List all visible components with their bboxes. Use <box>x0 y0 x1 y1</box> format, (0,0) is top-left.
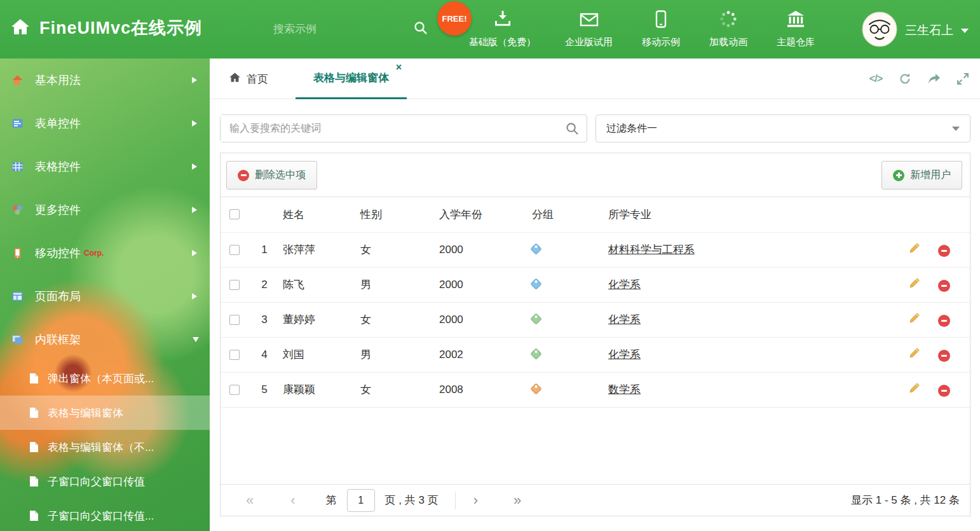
nav-label: 主题仓库 <box>777 36 815 48</box>
envelope-icon <box>580 11 599 31</box>
major-link[interactable]: 化学系 <box>608 314 641 326</box>
column-header-group: 分组 <box>527 197 603 232</box>
first-page-button[interactable]: « <box>246 493 254 507</box>
nav-basic-free[interactable]: 基础版（免费） <box>469 10 536 48</box>
select-all-checkbox[interactable] <box>229 209 240 219</box>
filter-dropdown-value: 过滤条件一 <box>606 122 657 135</box>
file-icon <box>29 407 39 418</box>
file-icon <box>29 476 39 487</box>
nav-enterprise-trial[interactable]: 企业版试用 <box>565 11 613 48</box>
sidebar-item-grid-controls[interactable]: 表格控件 <box>0 145 210 188</box>
sidebar-subitem-grid-edit-window-2[interactable]: 表格与编辑窗体（不... <box>0 430 210 464</box>
delete-icon[interactable] <box>938 280 950 292</box>
expand-icon[interactable] <box>957 73 969 85</box>
edit-icon[interactable] <box>909 277 920 289</box>
next-page-button[interactable]: › <box>473 493 478 507</box>
prev-page-button[interactable]: ‹ <box>290 493 295 507</box>
nav-theme-repo[interactable]: 主题仓库 <box>777 10 815 48</box>
search-icon[interactable] <box>566 122 579 135</box>
column-header-year: 入学年份 <box>434 197 527 232</box>
form-icon <box>11 118 25 129</box>
row-index: 2 <box>251 267 278 302</box>
delete-icon[interactable] <box>938 245 950 257</box>
sidebar-subitem-label: 子窗口向父窗口传值 <box>48 474 145 489</box>
table-header-row: 姓名 性别 入学年份 分组 所学专业 <box>221 197 970 232</box>
share-icon[interactable] <box>928 73 941 85</box>
header-search-input[interactable] <box>273 23 414 36</box>
page-label-prefix: 第 <box>326 493 337 507</box>
filter-dropdown[interactable]: 过滤条件一 <box>595 114 970 142</box>
header-search[interactable] <box>273 18 410 41</box>
brand[interactable]: FineUIMvc在线示例 <box>10 17 202 39</box>
cell-name: 刘国 <box>278 337 355 372</box>
row-checkbox[interactable] <box>229 245 240 255</box>
nav-label: 加载动画 <box>709 36 747 48</box>
chevron-down-icon <box>193 337 199 342</box>
delete-selected-button[interactable]: 删除选中项 <box>226 161 317 190</box>
search-icon[interactable] <box>414 21 428 38</box>
cell-name: 陈飞 <box>278 267 355 302</box>
row-checkbox[interactable] <box>229 350 240 360</box>
nav-loading-animation[interactable]: 加载动画 <box>709 10 747 48</box>
chevron-right-icon <box>192 163 197 170</box>
pager-divider <box>455 492 456 509</box>
nav-mobile-demo[interactable]: 移动示例 <box>642 10 680 48</box>
sidebar-subitem-child-to-parent[interactable]: 子窗口向父窗口传值 <box>0 464 210 499</box>
file-icon <box>29 441 39 453</box>
tab-grid-edit-window[interactable]: 表格与编辑窗体 × <box>296 59 407 99</box>
avatar <box>862 11 897 50</box>
cell-gender: 男 <box>355 267 434 302</box>
row-checkbox[interactable] <box>229 315 240 325</box>
username: 三生石上 <box>905 22 953 39</box>
sidebar-subitem-child-to-parent-2[interactable]: 子窗口向父窗口传值... <box>0 499 210 531</box>
sidebar-item-basic-usage[interactable]: 基本用法 <box>0 59 210 102</box>
table-row: 3 董婷婷 女 2000 化学系 <box>221 302 970 337</box>
row-checkbox[interactable] <box>229 385 240 395</box>
major-link[interactable]: 数学系 <box>608 383 641 396</box>
sidebar-item-form-controls[interactable]: 表单控件 <box>0 102 210 145</box>
cell-gender: 女 <box>355 302 434 337</box>
tab-bar: 首页 表格与编辑窗体 × </> <box>210 59 980 99</box>
close-icon[interactable]: × <box>396 62 402 72</box>
delete-icon[interactable] <box>938 350 950 362</box>
sidebar-subitem-label: 表格与编辑窗体 <box>48 406 123 420</box>
sidebar-item-mobile-controls[interactable]: 移动控件 Corp. <box>0 231 210 275</box>
sidebar-item-inline-frame[interactable]: 内联框架 <box>0 318 210 361</box>
refresh-icon[interactable] <box>899 72 911 85</box>
last-page-button[interactable]: » <box>514 493 521 507</box>
major-link[interactable]: 化学系 <box>608 279 641 291</box>
home-icon <box>11 74 25 86</box>
tab-home[interactable]: 首页 <box>229 59 268 99</box>
delete-icon[interactable] <box>938 315 950 327</box>
home-icon <box>229 72 241 86</box>
column-header-name: 姓名 <box>278 197 355 232</box>
edit-icon[interactable] <box>909 312 920 324</box>
mobile-icon <box>655 10 667 31</box>
user-menu[interactable]: 三生石上 <box>862 11 969 50</box>
edit-icon[interactable] <box>909 242 920 254</box>
keyword-search-input[interactable] <box>221 115 566 142</box>
major-link[interactable]: 化学系 <box>608 348 641 361</box>
sidebar-item-label: 表格控件 <box>35 159 81 174</box>
keyword-search[interactable] <box>220 114 587 142</box>
sidebar-item-label: 移动控件 <box>35 245 81 261</box>
sidebar-item-page-layout[interactable]: 页面布局 <box>0 275 210 318</box>
sidebar-subitem-popup-window[interactable]: 弹出窗体（本页面或... <box>0 361 210 396</box>
row-checkbox[interactable] <box>229 280 240 290</box>
source-code-icon[interactable]: </> <box>869 73 882 85</box>
file-icon <box>29 373 39 384</box>
edit-icon[interactable] <box>909 382 920 394</box>
pagination-bar: « ‹ 第 页 , 共 3 页 › » 显示 1 - 5 条 , 共 12 条 <box>221 484 970 516</box>
delete-icon[interactable] <box>938 385 950 397</box>
sidebar-subitem-label: 表格与编辑窗体（不... <box>48 440 154 455</box>
corp-badge: Corp. <box>84 249 104 258</box>
edit-icon[interactable] <box>909 347 920 359</box>
cell-year: 2000 <box>434 232 527 267</box>
home-icon <box>10 18 31 38</box>
page-number-input[interactable] <box>347 489 375 512</box>
major-link[interactable]: 材料科学与工程系 <box>608 244 695 256</box>
chevron-down-icon <box>961 29 969 33</box>
sidebar-subitem-grid-edit-window[interactable]: 表格与编辑窗体 <box>0 396 210 430</box>
add-user-button[interactable]: 新增用户 <box>881 161 962 190</box>
sidebar-item-more-controls[interactable]: 更多控件 <box>0 188 210 231</box>
